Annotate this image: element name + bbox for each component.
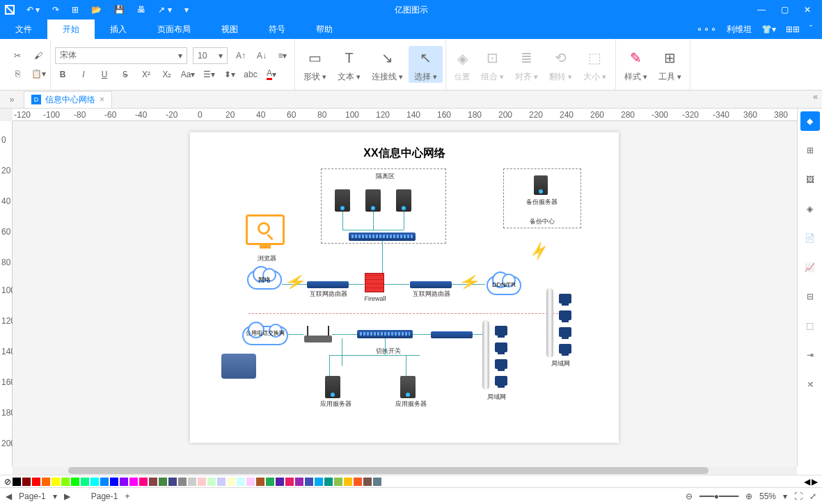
- switch-icon[interactable]: [349, 233, 416, 241]
- text-button[interactable]: T文本 ▾: [332, 46, 366, 83]
- router-icon[interactable]: [307, 281, 349, 288]
- cloud-icon[interactable]: 公用电话交换网: [242, 326, 288, 345]
- new-icon[interactable]: ⊞: [72, 5, 79, 15]
- fullscreen-icon[interactable]: ⤢: [809, 491, 816, 501]
- server-icon[interactable]: [335, 189, 350, 212]
- pc-icon[interactable]: [495, 359, 507, 369]
- save-icon[interactable]: 💾: [114, 5, 125, 15]
- library-panel-icon[interactable]: ⬚: [800, 316, 820, 336]
- share-icon[interactable]: ⚬⚬⚬: [696, 24, 717, 34]
- case-icon[interactable]: Aa▾: [180, 67, 196, 82]
- cut-icon[interactable]: ✂: [10, 48, 25, 63]
- page-dropdown-icon[interactable]: ▾: [53, 491, 57, 501]
- tab-file[interactable]: 文件: [0, 19, 47, 39]
- layers-panel-icon[interactable]: ◈: [800, 199, 820, 219]
- page-panel-icon[interactable]: 📄: [800, 228, 820, 248]
- color-palette[interactable]: ⊘ ◀ ▶: [0, 475, 822, 487]
- strike-icon[interactable]: S̶: [118, 67, 133, 82]
- cloud-icon[interactable]: 网络: [247, 270, 282, 290]
- router-icon[interactable]: [410, 281, 452, 288]
- expand-panel-icon[interactable]: »: [0, 95, 24, 104]
- spacing-icon[interactable]: ⬍▾: [222, 67, 237, 82]
- user-label[interactable]: 利维坦: [727, 24, 752, 36]
- open-icon[interactable]: 📂: [91, 5, 102, 15]
- shrink-font-icon[interactable]: A↓: [254, 48, 269, 63]
- subscript-icon[interactable]: X₂: [159, 67, 175, 82]
- fontsize-combo[interactable]: 10▾: [193, 47, 228, 64]
- indent-panel-icon[interactable]: ⇥: [800, 345, 820, 365]
- pc-icon[interactable]: [559, 344, 571, 354]
- apps-icon[interactable]: ⊞⊞: [786, 24, 800, 34]
- page-nav-next-icon[interactable]: ▶: [64, 491, 70, 501]
- qat-more-icon[interactable]: ▾: [184, 5, 189, 15]
- fontcolor-icon[interactable]: A▾: [264, 67, 279, 82]
- shape-button[interactable]: ▭形状 ▾: [298, 46, 332, 83]
- router-icon[interactable]: [431, 331, 473, 338]
- tab-help[interactable]: 帮助: [301, 19, 348, 39]
- superscript-icon[interactable]: X²: [139, 67, 154, 82]
- minimize-icon[interactable]: ―: [757, 5, 766, 15]
- table-panel-icon[interactable]: ⊟: [800, 287, 820, 306]
- paste-icon[interactable]: 📋▾: [31, 66, 46, 81]
- tab-home[interactable]: 开始: [47, 19, 95, 39]
- wireless-router-icon[interactable]: [304, 336, 332, 342]
- select-button[interactable]: ↖选择 ▾: [409, 46, 443, 83]
- close-icon[interactable]: ✕: [804, 5, 811, 15]
- zoom-out-icon[interactable]: ⊖: [686, 491, 693, 501]
- redo-icon[interactable]: ↷: [52, 5, 59, 15]
- server-icon[interactable]: [400, 376, 416, 398]
- grow-font-icon[interactable]: A↑: [233, 48, 248, 63]
- italic-icon[interactable]: I: [76, 67, 91, 82]
- pc-icon[interactable]: [559, 327, 571, 337]
- server-icon[interactable]: [365, 189, 381, 212]
- server-icon[interactable]: [325, 376, 340, 398]
- align-icon[interactable]: ≡▾: [275, 48, 290, 63]
- switch-icon[interactable]: [357, 330, 413, 338]
- print-icon[interactable]: 🖶: [137, 5, 145, 15]
- chart-panel-icon[interactable]: 📈: [800, 258, 820, 277]
- browser-icon[interactable]: [246, 214, 285, 245]
- zoom-dropdown-icon[interactable]: ▾: [783, 491, 787, 501]
- ribbon-collapse-icon[interactable]: ˇ: [809, 24, 812, 34]
- image-panel-icon[interactable]: 🖼: [800, 170, 820, 189]
- canvas[interactable]: XX信息中心网络 隔离区 备份服务器 备份中心 浏览器: [13, 121, 797, 466]
- page[interactable]: XX信息中心网络 隔离区 备份服务器 备份中心 浏览器: [190, 132, 619, 443]
- no-fill-icon[interactable]: ⊘: [4, 477, 11, 487]
- style-button[interactable]: ✎样式 ▾: [619, 46, 653, 83]
- server-icon[interactable]: [534, 175, 548, 195]
- page-nav-prev-icon[interactable]: ◀: [6, 491, 12, 501]
- pc-icon[interactable]: [495, 342, 507, 352]
- pc-icon[interactable]: [559, 310, 571, 320]
- theme-panel-icon[interactable]: ◆: [800, 111, 820, 131]
- backbone-icon[interactable]: [482, 320, 489, 390]
- pc-icon[interactable]: [495, 326, 507, 336]
- textbox-icon[interactable]: abc: [243, 67, 258, 82]
- collapse-panel-icon[interactable]: «: [813, 92, 818, 102]
- grid-panel-icon[interactable]: ⊞: [800, 141, 820, 160]
- pc-icon[interactable]: [495, 376, 507, 386]
- export-icon[interactable]: ↗ ▾: [158, 5, 171, 15]
- palette-next-icon[interactable]: ▶: [812, 477, 818, 487]
- cloud-icon[interactable]: DDN/FR: [487, 276, 521, 295]
- format-painter-icon[interactable]: 🖌: [31, 48, 46, 63]
- firewall-icon[interactable]: [365, 273, 384, 292]
- zoom-value[interactable]: 55%: [759, 491, 776, 501]
- pc-icon[interactable]: [559, 294, 571, 304]
- theme-icon[interactable]: 👕▾: [761, 24, 776, 34]
- connector-button[interactable]: ↘连接线 ▾: [366, 46, 409, 83]
- bullets-icon[interactable]: ☰▾: [201, 67, 216, 82]
- document-tab[interactable]: D 信息中心网络 ×: [24, 91, 112, 108]
- sheet-tab[interactable]: Page-1: [91, 491, 118, 501]
- palette-prev-icon[interactable]: ◀: [804, 477, 810, 487]
- shuffle-panel-icon[interactable]: ⤨: [800, 375, 820, 394]
- tab-insert[interactable]: 插入: [95, 19, 142, 39]
- server-icon[interactable]: [396, 189, 411, 212]
- horizontal-scrollbar[interactable]: [13, 466, 797, 475]
- fit-page-icon[interactable]: ⛶: [794, 491, 803, 501]
- printer-icon[interactable]: [221, 354, 256, 379]
- zoom-slider[interactable]: ━━━●━━━━: [700, 491, 738, 501]
- add-sheet-icon[interactable]: +: [125, 491, 129, 501]
- underline-icon[interactable]: U: [97, 67, 112, 82]
- tab-close-icon[interactable]: ×: [100, 95, 104, 104]
- tools-button[interactable]: ⊞工具 ▾: [653, 46, 687, 83]
